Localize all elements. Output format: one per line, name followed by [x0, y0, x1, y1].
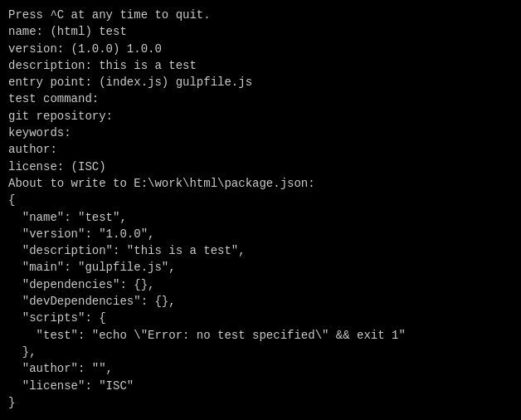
terminal-line: },	[8, 344, 513, 360]
terminal-line: name: (html) test	[8, 23, 513, 40]
terminal-line: author:	[8, 141, 513, 158]
terminal-line: entry point: (index.js) gulpfile.js	[8, 74, 513, 90]
terminal-line: test command:	[8, 90, 513, 107]
terminal-line: license: (ISC)	[8, 159, 513, 175]
terminal-line: About to write to E:\work\html\package.j…	[8, 175, 513, 192]
terminal-line: "main": "gulpfile.js",	[8, 259, 513, 276]
terminal-line: "test": "echo \"Error: no test specified…	[8, 327, 513, 344]
terminal-line: "author": "",	[8, 360, 513, 377]
terminal-line: keywords:	[8, 125, 513, 141]
terminal-line: "version": "1.0.0",	[8, 226, 513, 242]
terminal-line: "license": "ISC"	[8, 378, 513, 394]
terminal-window: Press ^C at any time to quit.name: (html…	[8, 7, 513, 413]
terminal-line: "scripts": {	[8, 310, 513, 326]
terminal-line: "name": "test",	[8, 209, 513, 226]
terminal-line: git repository:	[8, 108, 513, 125]
terminal-line: {	[8, 192, 513, 208]
terminal-line: "description": "this is a test",	[8, 242, 513, 259]
terminal-line: "devDependencies": {},	[8, 293, 513, 310]
terminal-line: version: (1.0.0) 1.0.0	[8, 41, 513, 57]
terminal-line: }	[8, 394, 513, 411]
terminal-line: "dependencies": {},	[8, 276, 513, 293]
terminal-line: Press ^C at any time to quit.	[8, 7, 513, 23]
terminal-line: description: this is a test	[8, 57, 513, 74]
